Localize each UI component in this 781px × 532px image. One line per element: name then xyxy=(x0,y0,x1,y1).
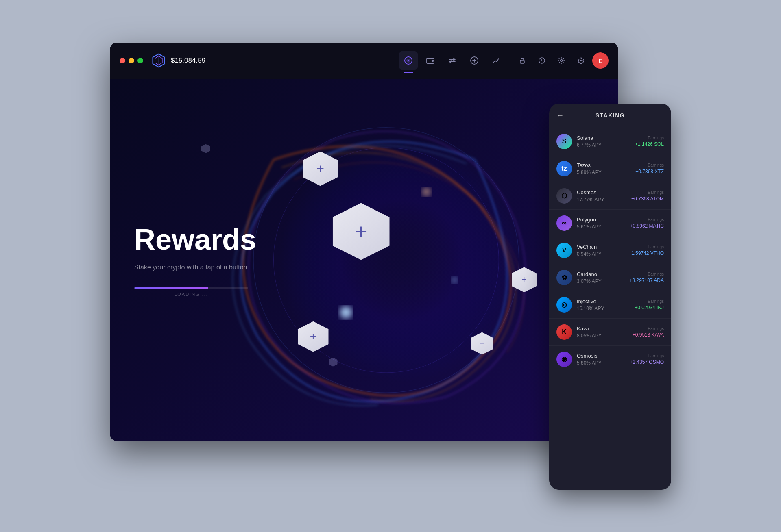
loading-track xyxy=(134,287,248,289)
coin-icon: ⬡ xyxy=(556,188,572,204)
earnings-value: +0.02934 INJ xyxy=(635,305,664,311)
svg-point-17 xyxy=(422,188,430,196)
earnings-value: +1.1426 SOL xyxy=(635,141,664,147)
earnings-value: +3.297107 ADA xyxy=(630,278,664,283)
staking-item[interactable]: ⬡ Cosmos 17.77% APY Earnings +0.7368 ATO… xyxy=(549,182,671,210)
coin-earnings: Earnings +1.59742 VTHO xyxy=(628,245,664,256)
earnings-label: Earnings xyxy=(630,354,664,358)
coin-info: Osmosis 5.80% APY xyxy=(577,353,630,366)
coin-apy: 8.05% APY xyxy=(577,333,633,339)
coin-icon: S xyxy=(556,134,572,149)
center-plus-icon: + xyxy=(355,221,367,242)
coin-apy: 3.07% APY xyxy=(577,278,630,284)
svg-point-18 xyxy=(452,277,458,283)
coin-earnings: Earnings +0.02934 INJ xyxy=(635,299,664,311)
coin-icon: ◉ xyxy=(556,352,572,367)
coin-name: Osmosis xyxy=(577,353,630,359)
float-diamond-2 xyxy=(329,358,338,367)
coin-name: Kava xyxy=(577,326,633,332)
coin-name: Polygon xyxy=(577,217,630,223)
coin-earnings: Earnings +3.297107 ADA xyxy=(630,272,664,283)
wallet-balance: $15,084.59 xyxy=(171,56,205,65)
earnings-value: +2.4357 OSMO xyxy=(630,359,664,365)
maximize-button[interactable] xyxy=(137,58,143,63)
nav-btn-wallet[interactable] xyxy=(421,51,440,70)
earnings-value: +1.59742 VTHO xyxy=(628,250,664,256)
coin-icon: ◎ xyxy=(556,297,572,313)
nav-btn-add[interactable] xyxy=(465,51,484,70)
float-hex-4[interactable]: + xyxy=(512,267,537,292)
staking-item[interactable]: ◉ Osmosis 5.80% APY Earnings +2.4357 OSM… xyxy=(549,346,671,373)
history-icon[interactable] xyxy=(534,52,550,69)
coin-earnings: Earnings +2.4357 OSMO xyxy=(630,354,664,365)
staking-item[interactable]: K Kava 8.05% APY Earnings +0.9513 KAVA xyxy=(549,319,671,346)
earnings-value: +0.8962 MATIC xyxy=(630,223,664,229)
coin-earnings: Earnings +0.9513 KAVA xyxy=(633,326,664,338)
coin-info: Polygon 5.61% APY xyxy=(577,217,630,230)
float-hex-3[interactable]: + xyxy=(471,332,493,355)
earnings-label: Earnings xyxy=(635,163,664,167)
staking-item[interactable]: ◎ Injective 16.10% APY Earnings +0.02934… xyxy=(549,291,671,319)
loading-fill xyxy=(134,287,208,289)
coin-icon: ∞ xyxy=(556,215,572,231)
nav-icons xyxy=(399,51,506,70)
svg-rect-7 xyxy=(432,60,434,62)
svg-point-5 xyxy=(408,60,409,61)
coin-info: Solana 6.77% APY xyxy=(577,135,635,148)
earnings-label: Earnings xyxy=(635,136,664,140)
staking-item[interactable]: S Solana 6.77% APY Earnings +1.1426 SOL xyxy=(549,128,671,155)
coin-info: Injective 16.10% APY xyxy=(577,298,635,311)
coin-apy: 5.61% APY xyxy=(577,224,630,230)
coin-apy: 16.10% APY xyxy=(577,306,635,311)
settings-icon[interactable] xyxy=(573,52,589,69)
app-logo xyxy=(151,53,166,68)
panel-title: STAKING xyxy=(596,112,625,119)
svg-point-13 xyxy=(233,107,539,413)
earnings-label: Earnings xyxy=(633,326,664,331)
mobile-staking-panel: ← STAKING S Solana 6.77% APY Earnings +1… xyxy=(549,104,671,490)
close-button[interactable] xyxy=(120,58,125,63)
coin-earnings: Earnings +0.7368 ATOM xyxy=(631,190,664,202)
loading-container: LOADING ... xyxy=(134,287,248,297)
coin-earnings: Earnings +0.8962 MATIC xyxy=(630,217,664,229)
nav-btn-swap[interactable] xyxy=(443,51,462,70)
settings-outline-icon[interactable] xyxy=(553,52,569,69)
earnings-value: +0.7368 ATOM xyxy=(631,196,664,202)
coin-info: Tezos 5.89% APY xyxy=(577,162,635,175)
coin-info: Cosmos 17.77% APY xyxy=(577,189,631,202)
right-icons: E xyxy=(514,52,609,69)
svg-point-11 xyxy=(561,60,563,62)
rewards-title: Rewards xyxy=(134,223,256,255)
main-content: + + + + + Rewards Stake your crypto xyxy=(110,79,618,441)
coin-apy: 5.80% APY xyxy=(577,360,630,366)
lock-icon[interactable] xyxy=(514,52,530,69)
nav-btn-chart[interactable] xyxy=(486,51,506,70)
coin-apy: 6.77% APY xyxy=(577,142,635,148)
earnings-label: Earnings xyxy=(630,272,664,276)
user-avatar[interactable]: E xyxy=(592,52,609,69)
coin-name: Cosmos xyxy=(577,189,631,195)
nav-btn-overview[interactable] xyxy=(399,51,418,70)
staking-item[interactable]: ∞ Polygon 5.61% APY Earnings +0.8962 MAT… xyxy=(549,210,671,237)
staking-item[interactable]: V VeChain 0.94% APY Earnings +1.59742 VT… xyxy=(549,237,671,264)
minimize-button[interactable] xyxy=(129,58,134,63)
coin-name: Tezos xyxy=(577,162,635,168)
coin-icon: tz xyxy=(556,161,572,176)
center-hexagon[interactable]: + xyxy=(333,203,390,260)
svg-point-12 xyxy=(580,60,582,61)
panel-header: ← STAKING xyxy=(549,104,671,128)
back-button[interactable]: ← xyxy=(556,111,564,120)
coin-info: Cardano 3.07% APY xyxy=(577,271,630,284)
earnings-label: Earnings xyxy=(631,190,664,195)
coin-info: VeChain 0.94% APY xyxy=(577,244,628,257)
earnings-value: +0.9513 KAVA xyxy=(633,332,664,338)
coin-name: Cardano xyxy=(577,271,630,277)
rewards-subtitle: Stake your crypto with a tap of a button xyxy=(134,264,256,271)
float-hex-2[interactable]: + xyxy=(298,321,329,352)
float-hex-1[interactable]: + xyxy=(303,152,338,186)
coin-icon: K xyxy=(556,324,572,340)
staking-item[interactable]: tz Tezos 5.89% APY Earnings +0.7368 XTZ xyxy=(549,155,671,182)
coin-apy: 0.94% APY xyxy=(577,251,628,257)
staking-item[interactable]: ✿ Cardano 3.07% APY Earnings +3.297107 A… xyxy=(549,264,671,291)
coin-apy: 17.77% APY xyxy=(577,197,631,202)
